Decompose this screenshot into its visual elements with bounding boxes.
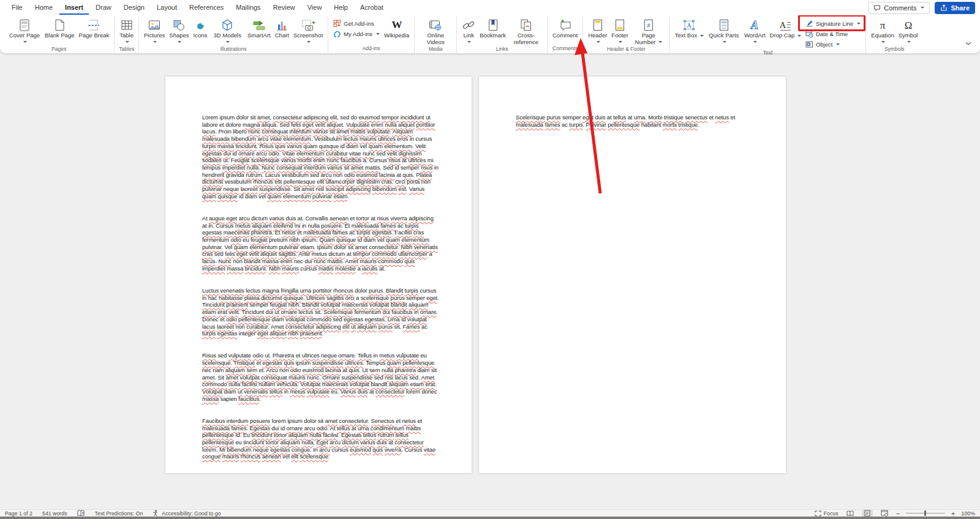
- dropdown-chevron: [723, 41, 726, 43]
- cross-reference-button[interactable]: Cross-reference: [508, 17, 544, 45]
- document-page-2[interactable]: Scelerisque purus semper eget duis at te…: [479, 77, 786, 473]
- tab-review[interactable]: Review: [268, 1, 301, 15]
- text-box-button[interactable]: A Text Box: [673, 17, 706, 39]
- comment-button[interactable]: Comment: [551, 17, 579, 39]
- text-predictions-status[interactable]: Text Predictions: On: [95, 510, 143, 517]
- share-button[interactable]: Share: [935, 2, 975, 14]
- group-label-illustrations: Illustrations: [142, 45, 325, 54]
- web-layout-button[interactable]: [879, 510, 890, 517]
- document-canvas: Lorem ipsum dolor sit amet, consectetur …: [0, 53, 980, 509]
- group-label-media: Media: [418, 45, 453, 54]
- wikipedia-button[interactable]: W Wikipedia: [382, 17, 411, 39]
- group-label-pages: Pages: [7, 45, 111, 54]
- get-addins-button[interactable]: Get Add-ins: [331, 19, 382, 28]
- shapes-icon: [172, 18, 186, 32]
- dropdown-chevron: [467, 41, 471, 43]
- comments-button[interactable]: Comments: [868, 2, 930, 14]
- tab-view[interactable]: View: [302, 1, 328, 15]
- read-mode-button[interactable]: [845, 510, 856, 517]
- bookmark-button[interactable]: Bookmark: [478, 17, 508, 39]
- dropdown-chevron: [836, 43, 840, 45]
- page-indicator[interactable]: Page 1 of 2: [5, 510, 32, 517]
- paragraph[interactable]: Faucibus interdum posuere lorem ipsum do…: [202, 417, 439, 460]
- zoom-out-button[interactable]: −: [896, 510, 900, 517]
- paragraph[interactable]: Lorem ipsum dolor sit amet, consectetur …: [202, 114, 439, 200]
- my-addins-button[interactable]: My Add-ins: [331, 29, 382, 39]
- wikipedia-icon: W: [390, 18, 404, 32]
- paragraph[interactable]: Scelerisque purus semper eget duis at te…: [516, 114, 753, 128]
- tab-draw[interactable]: Draw: [90, 1, 117, 15]
- object-button[interactable]: Object: [804, 40, 862, 49]
- smartart-button[interactable]: SmartArt: [246, 17, 272, 39]
- date-time-button[interactable]: Date & Time: [804, 29, 862, 39]
- tab-mailings[interactable]: Mailings: [230, 1, 266, 15]
- shapes-button[interactable]: Shapes: [167, 17, 190, 45]
- print-layout-button[interactable]: [862, 510, 873, 517]
- chart-button[interactable]: Chart: [273, 17, 291, 39]
- tab-insert[interactable]: Insert: [59, 1, 89, 15]
- drop-cap-button[interactable]: A Drop Cap: [768, 17, 803, 39]
- shapes-label: Shapes: [169, 32, 189, 45]
- page-1-text[interactable]: Lorem ipsum dolor sit amet, consectetur …: [202, 114, 439, 476]
- cover-page-label: Cover Page: [9, 32, 40, 45]
- page-break-button[interactable]: Page Break: [77, 17, 111, 39]
- document-page-1[interactable]: Lorem ipsum dolor sit amet, consectetur …: [165, 77, 472, 473]
- tab-file[interactable]: File: [6, 1, 28, 15]
- icons-label: Icons: [194, 32, 208, 39]
- ribbon-group-pages: Cover Page Blank Page Page Break Pages: [4, 17, 115, 53]
- symbol-button[interactable]: Ω Symbol: [897, 17, 920, 45]
- comments-button-label: Comments: [884, 4, 916, 12]
- header-icon: [591, 18, 605, 32]
- blank-page-button[interactable]: Blank Page: [43, 17, 77, 39]
- 3d-models-button[interactable]: 3D Models: [209, 17, 245, 45]
- get-addins-icon: [333, 20, 341, 28]
- page-2-text[interactable]: Scelerisque purus semper eget duis at te…: [516, 114, 753, 143]
- svg-text:A: A: [780, 20, 786, 30]
- tab-layout[interactable]: Layout: [151, 1, 183, 15]
- icons-button[interactable]: Icons: [192, 17, 209, 39]
- quick-parts-icon: [717, 18, 731, 32]
- object-icon: [805, 40, 813, 48]
- focus-mode-button[interactable]: Focus: [815, 510, 839, 517]
- wordart-button[interactable]: A WordArt: [742, 17, 767, 45]
- header-button[interactable]: Header: [586, 17, 609, 45]
- page-number-button[interactable]: # Page Number: [631, 17, 666, 45]
- footer-button[interactable]: Footer: [609, 17, 630, 45]
- paragraph[interactable]: Risus sed vulputate odio ut. Pharetra et…: [202, 352, 439, 402]
- pictures-button[interactable]: Pictures: [142, 17, 167, 45]
- cover-page-button[interactable]: Cover Page: [7, 17, 42, 45]
- paragraph[interactable]: Luctus venenatis lectus magna fringilla …: [202, 287, 439, 337]
- screenshot-button[interactable]: Screenshot: [292, 17, 325, 45]
- zoom-level[interactable]: 100%: [962, 510, 976, 517]
- accessibility-status[interactable]: Accessibility: Good to go: [153, 510, 221, 517]
- equation-icon: π: [875, 18, 890, 32]
- tab-acrobat[interactable]: Acrobat: [355, 1, 389, 15]
- dropdown-chevron: [619, 41, 622, 43]
- ribbon-tab-bar: File Home Insert Draw Design Layout Refe…: [0, 0, 980, 15]
- online-videos-icon: [428, 18, 443, 32]
- word-count[interactable]: 541 words: [42, 510, 67, 517]
- quick-parts-button[interactable]: Quick Parts: [706, 17, 742, 45]
- signature-line-button[interactable]: Signature Line: [804, 19, 862, 28]
- share-icon: [940, 4, 948, 12]
- proofing-status-icon[interactable]: [77, 510, 85, 517]
- ribbon-group-media: Online Videos Media: [415, 17, 457, 53]
- collapse-ribbon-chevron-icon[interactable]: [965, 37, 971, 48]
- tab-help[interactable]: Help: [328, 1, 353, 15]
- table-button[interactable]: Table: [118, 17, 135, 45]
- zoom-slider-thumb[interactable]: [924, 510, 926, 516]
- text-box-label: Text Box: [675, 32, 704, 39]
- equation-button[interactable]: π Equation: [869, 17, 896, 45]
- paragraph[interactable]: At augue eget arcu dictum varius duis at…: [202, 215, 439, 272]
- symbol-label: Symbol: [899, 32, 918, 45]
- tab-home[interactable]: Home: [29, 1, 58, 15]
- zoom-in-button[interactable]: +: [951, 510, 955, 517]
- tab-design[interactable]: Design: [118, 1, 150, 15]
- online-videos-button[interactable]: Online Videos: [418, 17, 453, 45]
- link-button[interactable]: Link: [460, 17, 477, 45]
- svg-text:A: A: [750, 19, 758, 31]
- zoom-slider[interactable]: [906, 513, 945, 513]
- ribbon-group-text: A Text Box Quick Parts A WordArt A Drop …: [670, 17, 866, 53]
- dropdown-chevron: [376, 33, 380, 35]
- tab-references[interactable]: References: [184, 1, 229, 15]
